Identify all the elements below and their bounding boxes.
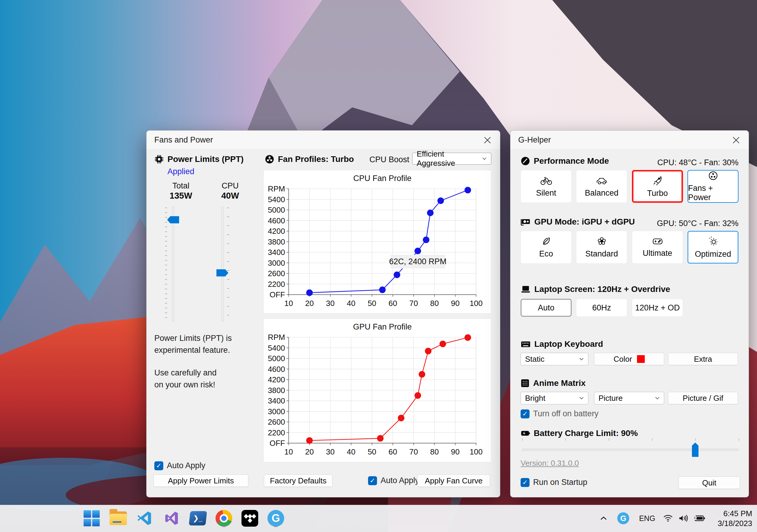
- fans-and-power-window: Fans and Power Power Limits (PPT) Applie…: [146, 130, 500, 497]
- matrix-picture-gif-button[interactable]: Picture / Gif: [668, 392, 738, 405]
- fans-window-title: Fans and Power: [154, 135, 213, 145]
- battery-icon[interactable]: [691, 509, 708, 528]
- svg-text:90: 90: [451, 447, 460, 456]
- svg-text:90: 90: [451, 299, 460, 308]
- gpu-button-standard[interactable]: Standard: [576, 231, 627, 264]
- total-label: Total: [163, 181, 199, 190]
- cpu-fan-chart[interactable]: CPU Fan Profile102030405060708090100OFF2…: [263, 170, 491, 313]
- svg-text:OFF: OFF: [270, 290, 285, 299]
- cpu-label: CPU: [212, 181, 248, 190]
- total-slider-thumb[interactable]: [167, 216, 179, 223]
- keyboard-icon: [521, 340, 531, 348]
- keyboard-mode-dropdown[interactable]: Static: [521, 353, 588, 365]
- taskbar: ❯_ G G ENG: [0, 505, 757, 532]
- keyboard-color-button[interactable]: Color: [594, 353, 664, 365]
- wifi-icon[interactable]: [660, 509, 676, 528]
- speaker-icon[interactable]: [675, 509, 691, 528]
- perf-button-fans-power[interactable]: Fans + Power: [687, 170, 739, 203]
- tray-clock[interactable]: 6:45 PM 3/18/2023: [717, 509, 752, 528]
- cpu-slider-ticks: [227, 208, 229, 322]
- gpu-button-ultimate[interactable]: Ultimate: [632, 231, 683, 264]
- svg-text:4600: 4600: [268, 365, 285, 374]
- battery-slider-track[interactable]: [522, 449, 739, 451]
- tray-ghelper-icon[interactable]: G: [616, 509, 631, 528]
- powershell-icon[interactable]: ❯_: [188, 509, 207, 528]
- matrix-brightness-dropdown[interactable]: Bright: [521, 392, 588, 405]
- perf-button-turbo[interactable]: Turbo: [632, 170, 683, 203]
- chrome-icon[interactable]: [214, 509, 233, 528]
- power-auto-apply-checkbox[interactable]: ✓: [154, 461, 163, 470]
- battery-slider-thumb[interactable]: [692, 442, 699, 457]
- rocket-icon: [652, 175, 663, 186]
- cpu-slider-track[interactable]: [221, 207, 224, 322]
- gpu-fan-chart[interactable]: GPU Fan Profile102030405060708090100OFF2…: [263, 319, 491, 462]
- svg-text:3400: 3400: [268, 248, 285, 257]
- cpu-value: 40W: [212, 191, 248, 201]
- start-button[interactable]: [82, 509, 101, 528]
- screen-button-auto[interactable]: Auto: [521, 299, 572, 317]
- svg-text:10: 10: [285, 447, 293, 456]
- chevron-down-icon: [579, 397, 584, 400]
- battery-limit-slider[interactable]: [522, 442, 739, 457]
- tray-language[interactable]: ENG: [638, 509, 657, 528]
- cpu-chip-icon: [154, 154, 164, 164]
- tray-time: 6:45 PM: [717, 509, 752, 518]
- keyboard-mode-value: Static: [525, 354, 544, 364]
- cpu-fan-chart-panel: CPU Fan Profile102030405060708090100OFF2…: [263, 170, 491, 314]
- screen-button-60hz[interactable]: 60Hz: [576, 299, 627, 317]
- bicycle-icon: [540, 175, 552, 185]
- close-icon[interactable]: [481, 134, 494, 146]
- svg-text:100: 100: [469, 299, 482, 308]
- gpu-button-optimized[interactable]: Optimized: [687, 231, 739, 264]
- perf-button-silent[interactable]: Silent: [521, 170, 572, 203]
- power-warning-2: Use carefully and on your own risk!: [154, 367, 217, 391]
- car-icon: [596, 175, 608, 185]
- turn-off-on-battery-label: Turn off on battery: [533, 409, 598, 418]
- perf-button-balanced[interactable]: Balanced: [576, 170, 627, 203]
- matrix-brightness-value: Bright: [525, 394, 545, 403]
- gpu-button-eco[interactable]: Eco: [521, 231, 572, 264]
- apply-fan-curve-button[interactable]: Apply Fan Curve: [417, 474, 490, 487]
- run-on-startup-checkbox[interactable]: ✓: [521, 478, 530, 487]
- svg-text:3400: 3400: [268, 396, 285, 405]
- svg-text:CPU Fan Profile: CPU Fan Profile: [353, 174, 411, 183]
- windows-logo-icon: [84, 510, 100, 526]
- fans-window-titlebar: Fans and Power: [147, 131, 500, 150]
- visual-studio-icon[interactable]: [162, 509, 181, 528]
- matrix-mode-dropdown[interactable]: Picture: [594, 392, 664, 405]
- svg-text:3800: 3800: [268, 386, 285, 395]
- svg-text:4600: 4600: [268, 216, 285, 225]
- svg-text:30: 30: [326, 299, 335, 308]
- fan-auto-apply-label: Auto Apply: [380, 476, 419, 485]
- svg-text:2600: 2600: [268, 269, 285, 278]
- ghelper-title: G-Helper: [518, 135, 551, 145]
- svg-text:50: 50: [368, 299, 377, 308]
- quit-button[interactable]: Quit: [679, 477, 740, 489]
- screen-button-120hz-od[interactable]: 120Hz + OD: [632, 299, 683, 317]
- total-slider-track[interactable]: [172, 207, 174, 322]
- cpu-boost-value: Efficient Aggressive: [417, 150, 482, 168]
- running-indicator: [274, 526, 278, 527]
- dot-matrix-icon: [521, 379, 530, 388]
- laptop-keyboard-header: Laptop Keyboard: [521, 339, 603, 349]
- tidal-icon[interactable]: [240, 509, 259, 528]
- desktop: Fans and Power Power Limits (PPT) Applie…: [0, 0, 757, 532]
- cpu-slider-thumb[interactable]: [216, 269, 228, 276]
- factory-defaults-button[interactable]: Factory Defaults: [264, 474, 333, 487]
- version-link[interactable]: Version: 0.31.0.0: [521, 459, 579, 468]
- vscode-icon[interactable]: [135, 509, 154, 528]
- turn-off-on-battery-checkbox[interactable]: ✓: [521, 409, 530, 418]
- svg-text:RPM: RPM: [268, 184, 285, 193]
- close-icon[interactable]: [730, 134, 742, 146]
- ghelper-taskbar-icon[interactable]: G: [266, 509, 286, 528]
- tray-date: 3/18/2023: [717, 518, 752, 528]
- fan-auto-apply-checkbox[interactable]: ✓: [368, 476, 377, 485]
- apply-power-limits-button[interactable]: Apply Power Limits: [153, 474, 248, 487]
- keyboard-extra-button[interactable]: Extra: [668, 353, 738, 365]
- power-limits-applied-status: Applied: [167, 167, 194, 176]
- file-explorer-icon[interactable]: [109, 509, 128, 528]
- svg-text:40: 40: [347, 447, 355, 456]
- cpu-boost-dropdown[interactable]: Efficient Aggressive: [412, 153, 491, 165]
- tray-chevron-up-icon[interactable]: [597, 509, 610, 528]
- svg-text:30: 30: [326, 447, 335, 456]
